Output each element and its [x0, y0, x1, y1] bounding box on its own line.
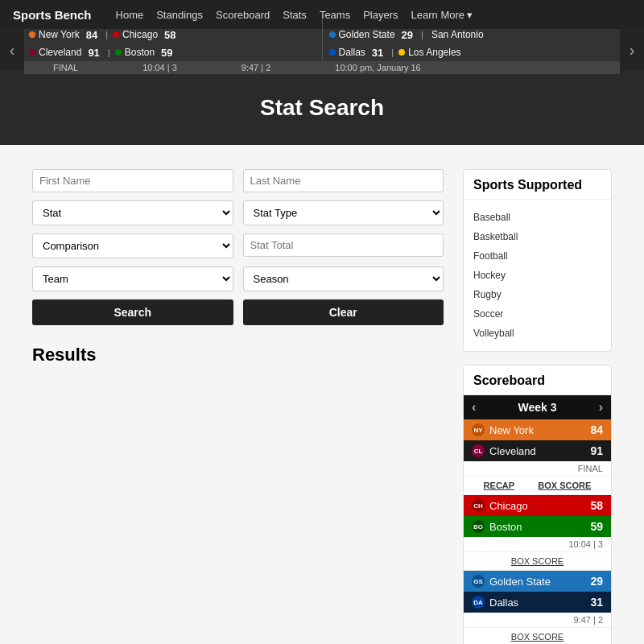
- scoreboard-widget: Scoreboard ‹ Week 3 › NY New York 84 CL: [463, 365, 612, 644]
- sport-volleyball: Volleyball: [473, 324, 601, 343]
- season-select[interactable]: Season: [243, 266, 444, 291]
- stat-total-input[interactable]: [243, 233, 444, 257]
- scoreboard-widget-title: Scoreboard: [464, 365, 611, 395]
- dal-label: Dallas: [339, 47, 365, 58]
- ticker-game-2: Golden State 29 | San Antonio: [324, 27, 621, 43]
- first-name-input[interactable]: [32, 169, 233, 192]
- nav-scoreboard[interactable]: Scoreboard: [216, 9, 270, 21]
- sport-hockey: Hockey: [473, 266, 601, 285]
- sb-game2-status: 10:04 | 3: [464, 537, 611, 551]
- nav-learn-more[interactable]: Learn More ▾: [411, 9, 473, 21]
- sa-label: San Antonio: [431, 29, 484, 40]
- score-ticker: ‹ New York 84 | Chicago 58 Golden State …: [0, 29, 644, 71]
- ticker-bottom-statuses: FINAL 10:04 | 3 9:47 | 2 10:00 pm, Janua…: [24, 61, 620, 74]
- sport-rugby: Rugby: [473, 285, 601, 304]
- ticker-row-2: Cleveland 91 | Boston 59 Dallas 31 | Los…: [24, 43, 620, 61]
- dal-logo: DA: [472, 596, 485, 609]
- stat-total-group: [243, 233, 444, 258]
- sb-game-1: NY New York 84 CL Cleveland 91 FINAL REC…: [464, 419, 611, 495]
- sb-gs-name: Golden State: [489, 576, 551, 588]
- sb-game3-boxscore[interactable]: BOX SCORE: [464, 627, 611, 644]
- week-prev-arrow[interactable]: ‹: [472, 400, 476, 415]
- sb-bos-name: Boston: [489, 521, 522, 533]
- ticker-game-3: Cleveland 91 | Boston 59: [24, 45, 320, 60]
- name-row: [32, 169, 444, 192]
- sb-game3-status: 9:47 | 2: [464, 613, 611, 627]
- sb-game3-team2-row: DA Dallas 31: [464, 592, 611, 613]
- gs-score: 29: [398, 29, 416, 41]
- ny-logo: NY: [472, 423, 485, 436]
- week-label: Week 3: [518, 401, 557, 414]
- dal-score: 31: [369, 47, 386, 59]
- team-season-row: Team Season: [32, 266, 444, 291]
- stat-select[interactable]: Stat: [32, 200, 233, 225]
- sb-game-2: CH Chicago 58 BO Boston 59 10:04 | 3 BOX…: [464, 495, 611, 571]
- stat-group: Stat: [32, 200, 233, 225]
- sb-chi-score: 58: [590, 499, 603, 512]
- cle-score: 91: [85, 47, 102, 59]
- nav-players[interactable]: Players: [363, 9, 398, 21]
- sb-game3-team1-row: GS Golden State 29: [464, 571, 611, 592]
- sb-bos-score: 59: [590, 520, 603, 533]
- sb-ny-name: New York: [489, 424, 534, 436]
- ny-label: New York: [39, 29, 80, 40]
- cle-dot: [29, 49, 35, 56]
- results-heading: Results: [32, 345, 444, 365]
- sports-card: Sports Supported Baseball Basketball Foo…: [463, 169, 612, 352]
- sb-game2-boxscore[interactable]: BOX SCORE: [464, 551, 611, 570]
- chi-dot: [113, 31, 119, 38]
- chevron-down-icon: ▾: [467, 9, 473, 21]
- clear-button[interactable]: Clear: [243, 299, 444, 325]
- gs-logo: GS: [472, 575, 485, 588]
- comparison-row: Comparison: [32, 233, 444, 258]
- ticker-game-1: New York 84 | Chicago 58: [24, 27, 320, 43]
- dal-dot: [329, 49, 336, 56]
- first-name-group: [32, 169, 233, 192]
- bos-label: Boston: [125, 47, 155, 58]
- bos-dot: [115, 49, 122, 56]
- sb-game-3: GS Golden State 29 DA Dallas 31 9:47 | 2…: [464, 571, 611, 644]
- sb-cle-name: Cleveland: [489, 445, 536, 457]
- team-select[interactable]: Team: [32, 266, 233, 291]
- main-content: Stat Stat Type Comparison Team: [0, 145, 644, 644]
- chi-label: Chicago: [122, 29, 158, 40]
- nav-standings[interactable]: Standings: [156, 9, 203, 21]
- sb-game1-team1-row: NY New York 84: [464, 419, 611, 440]
- sports-list: Baseball Basketball Football Hockey Rugb…: [464, 200, 611, 351]
- search-button[interactable]: Search: [32, 299, 233, 325]
- ticker-next-arrow[interactable]: ›: [620, 29, 644, 71]
- sb-game1-boxscore[interactable]: BOX SCORE: [538, 481, 591, 490]
- sb-ny-score: 84: [590, 423, 603, 436]
- week-next-arrow[interactable]: ›: [599, 400, 603, 415]
- nav-stats[interactable]: Stats: [283, 9, 307, 21]
- sport-baseball: Baseball: [473, 208, 601, 227]
- ny-dot: [29, 31, 35, 38]
- stat-type-group: Stat Type: [243, 200, 444, 225]
- stat-row: Stat Stat Type: [32, 200, 444, 225]
- la-dot: [398, 49, 405, 56]
- nav-teams[interactable]: Teams: [320, 9, 350, 21]
- status-3: 9:47 | 2: [242, 63, 271, 72]
- comparison-select[interactable]: Comparison: [32, 233, 233, 258]
- status-4: 10:00 pm, January 16: [335, 63, 420, 72]
- status-2: 10:04 | 3: [142, 63, 177, 72]
- sport-basketball: Basketball: [473, 227, 601, 246]
- week-header: ‹ Week 3 ›: [464, 395, 611, 419]
- last-name-input[interactable]: [243, 169, 444, 192]
- ticker-game-4: Dallas 31 | Los Angeles: [324, 45, 621, 60]
- chi-score: 58: [161, 29, 179, 41]
- cle-logo: CL: [472, 444, 485, 457]
- comparison-group: Comparison: [32, 233, 233, 258]
- sb-dal-name: Dallas: [489, 597, 518, 609]
- sb-game2-team1-row: CH Chicago 58: [464, 495, 611, 516]
- gs-dot: [329, 31, 336, 38]
- stat-type-select[interactable]: Stat Type: [243, 200, 444, 225]
- ticker-prev-arrow[interactable]: ‹: [0, 29, 24, 71]
- left-panel: Stat Stat Type Comparison Team: [32, 169, 444, 644]
- last-name-group: [243, 169, 444, 192]
- sb-game1-recap[interactable]: RECAP: [484, 481, 515, 490]
- button-row: Search Clear: [32, 299, 444, 325]
- nav-home[interactable]: Home: [116, 9, 144, 21]
- sb-cle-score: 91: [590, 444, 603, 457]
- sb-game1-team2-row: CL Cleveland 91: [464, 440, 611, 461]
